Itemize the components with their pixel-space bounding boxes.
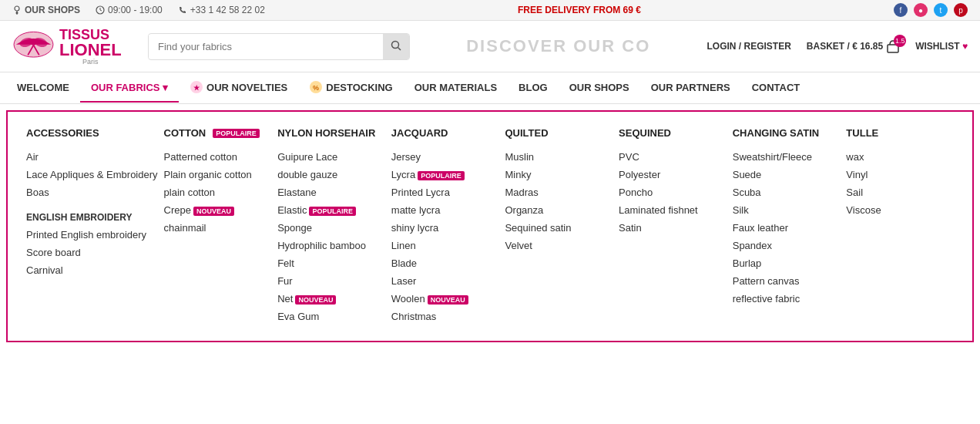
dropdown-col-7: TULLEwaxVinylSailViscose <box>846 127 954 219</box>
top-bar-left: OUR SHOPS 09:00 - 19:00 +33 1 42 58 22 0… <box>12 5 265 15</box>
col-item[interactable]: Pattern canvas <box>733 272 841 290</box>
col-item[interactable]: Suede <box>733 166 841 183</box>
col-item[interactable]: Scuba <box>733 183 841 201</box>
col-item[interactable]: Spandex <box>733 237 841 254</box>
login-link[interactable]: LOGIN / REGISTER <box>706 41 790 52</box>
social-links: f ● t p <box>894 3 968 17</box>
col-item[interactable]: Patterned cotton <box>164 148 272 166</box>
pinterest-icon[interactable]: p <box>954 3 968 17</box>
col-item[interactable]: Lace Appliques & Embroidery <box>26 166 158 183</box>
instagram-icon[interactable]: ● <box>914 3 928 17</box>
col-item[interactable]: Blade <box>391 254 499 272</box>
search-button[interactable] <box>383 34 409 59</box>
col-item[interactable]: Printed Lycra <box>391 183 499 201</box>
col-item[interactable]: Felt <box>277 254 385 272</box>
dropdown-col-4: QUILTEDMuslinMinkyMadrasOrganzaSequined … <box>505 127 612 254</box>
col-header-3: JACQUARD <box>391 127 499 139</box>
col-item[interactable]: Muslin <box>505 148 612 166</box>
col-item[interactable]: Burlap <box>733 254 841 272</box>
col-item[interactable]: Fur <box>277 272 385 290</box>
col-item[interactable]: Viscose <box>846 201 954 219</box>
col-item[interactable]: shiny lycra <box>391 219 499 237</box>
dropdown-col-1: COTTONPOPULAIREPatterned cottonPlain org… <box>164 127 272 237</box>
col-item[interactable]: Elastane <box>277 183 385 201</box>
nav-our-partners[interactable]: OUR PARTNERS <box>640 74 741 103</box>
clock-icon <box>96 5 105 15</box>
col-item[interactable]: Polyester <box>619 166 727 183</box>
col-item[interactable]: Minky <box>505 166 612 183</box>
col-item[interactable]: Silk <box>733 201 841 219</box>
col-item[interactable]: Satin <box>619 219 727 237</box>
col-item[interactable]: Madras <box>505 183 612 201</box>
search-input[interactable] <box>149 35 383 59</box>
col-item[interactable]: Eva Gum <box>277 308 385 325</box>
col-item[interactable]: Laminated fishnet <box>619 201 727 219</box>
basket-badge: 1.5 <box>894 35 906 47</box>
nav-blog[interactable]: BLOG <box>508 74 559 103</box>
col-item[interactable]: LycraPOPULAIRE <box>391 166 499 183</box>
fabrics-dropdown: ACCESSORIESAirLace Appliques & Embroider… <box>6 110 974 342</box>
svg-point-5 <box>31 39 36 45</box>
twitter-icon[interactable]: t <box>934 3 948 17</box>
col-item[interactable]: PVC <box>619 148 727 166</box>
col-item[interactable]: Printed English embroidery <box>26 226 158 244</box>
col-item[interactable]: Plain organic cotton <box>164 166 272 183</box>
location-icon <box>12 5 22 15</box>
col-item[interactable]: Sweatshirt/Fleece <box>733 148 841 166</box>
nav-our-shops[interactable]: OUR SHOPS <box>559 74 640 103</box>
col-item[interactable]: matte lycra <box>391 201 499 219</box>
col-item[interactable]: Sail <box>846 183 954 201</box>
nav-welcome[interactable]: WELCOME <box>6 74 80 103</box>
nav-our-materials[interactable]: OUR MATERIALS <box>404 74 508 103</box>
populaire-badge: POPULAIRE <box>418 171 465 180</box>
nav-our-fabrics[interactable]: OUR FABRICS ▾ <box>80 74 179 103</box>
col-header-2: NYLON HORSEHAIR <box>277 127 385 139</box>
facebook-icon[interactable]: f <box>894 3 908 17</box>
col-item[interactable]: ElasticPOPULAIRE <box>277 201 385 219</box>
col-item[interactable]: Linen <box>391 237 499 254</box>
col-item[interactable]: Poncho <box>619 183 727 201</box>
dropdown-col-0: ACCESSORIESAirLace Appliques & Embroider… <box>26 127 158 279</box>
basket-section[interactable]: BASKET / € 16.85 1.5 <box>807 39 900 53</box>
col-item[interactable]: Air <box>26 148 158 166</box>
col-item[interactable]: CrepeNOUVEAU <box>164 201 272 219</box>
our-shops-link[interactable]: OUR SHOPS <box>12 5 80 15</box>
col-item[interactable]: WoolenNOUVEAU <box>391 290 499 308</box>
phone-icon <box>178 5 187 15</box>
col-item[interactable]: Score board <box>26 244 158 261</box>
search-bar <box>148 33 410 60</box>
nouveau-badge: NOUVEAU <box>295 295 336 305</box>
col-item[interactable]: Vinyl <box>846 166 954 183</box>
col-item[interactable]: Boas <box>26 183 158 201</box>
heart-icon: ♥ <box>962 41 968 52</box>
wishlist-link[interactable]: WISHLIST ♥ <box>915 41 968 52</box>
svg-point-8 <box>392 41 399 48</box>
col-item[interactable]: reflective fabric <box>733 290 841 308</box>
col-item[interactable]: Christmas <box>391 308 499 325</box>
col-header-6: CHANGING SATIN <box>733 127 841 139</box>
col-item[interactable]: wax <box>846 148 954 166</box>
col-item[interactable]: chainmail <box>164 219 272 237</box>
populaire-badge: POPULAIRE <box>213 129 260 138</box>
col-item[interactable]: Laser <box>391 272 499 290</box>
col-item[interactable]: plain cotton <box>164 183 272 201</box>
logo[interactable]: TISSUS LIONEL Paris <box>12 27 136 66</box>
svg-text:%: % <box>313 84 319 92</box>
logo-text: TISSUS LIONEL Paris <box>59 28 122 66</box>
col-item[interactable]: Velvet <box>505 237 612 254</box>
col-item[interactable]: Faux leather <box>733 219 841 237</box>
col-item[interactable]: Jersey <box>391 148 499 166</box>
col-item[interactable]: ENGLISH EMBROIDERY <box>26 209 158 226</box>
col-item[interactable]: Carnival <box>26 261 158 279</box>
col-item[interactable]: Sequined satin <box>505 219 612 237</box>
nav-contact[interactable]: CONTACT <box>741 74 811 103</box>
nav-destocking[interactable]: % DESTOCKING <box>298 72 403 103</box>
nav-our-novelties[interactable]: ★ OUR NOVELTIES <box>179 72 298 103</box>
col-item[interactable]: Sponge <box>277 219 385 237</box>
col-item[interactable]: Guipure Lace <box>277 148 385 166</box>
col-item[interactable]: NetNOUVEAU <box>277 290 385 308</box>
col-item[interactable]: Hydrophilic bamboo <box>277 237 385 254</box>
col-item[interactable]: double gauze <box>277 166 385 183</box>
header-right: LOGIN / REGISTER BASKET / € 16.85 1.5 WI… <box>706 39 968 53</box>
col-item[interactable]: Organza <box>505 201 612 219</box>
